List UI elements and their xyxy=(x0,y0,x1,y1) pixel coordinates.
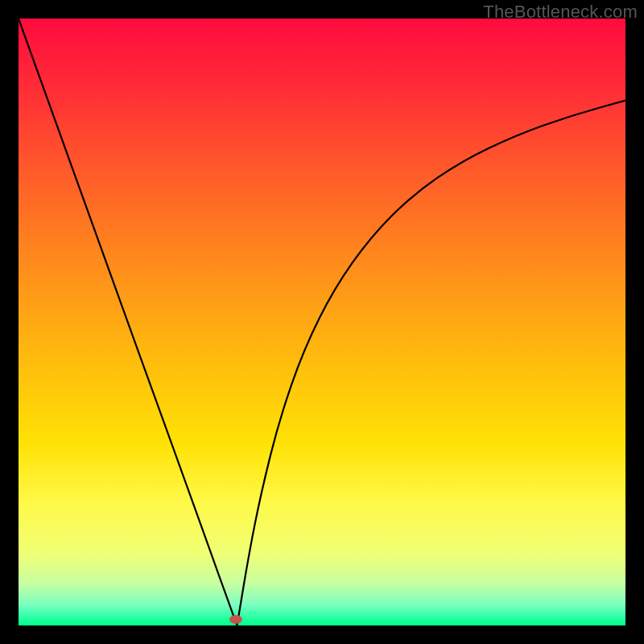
bottleneck-chart xyxy=(19,19,625,625)
watermark-text: TheBottleneck.com xyxy=(483,2,638,23)
gradient-background xyxy=(19,19,625,625)
chart-frame: TheBottleneck.com xyxy=(0,0,644,644)
plot-area xyxy=(19,19,625,625)
optimum-marker xyxy=(229,615,242,624)
